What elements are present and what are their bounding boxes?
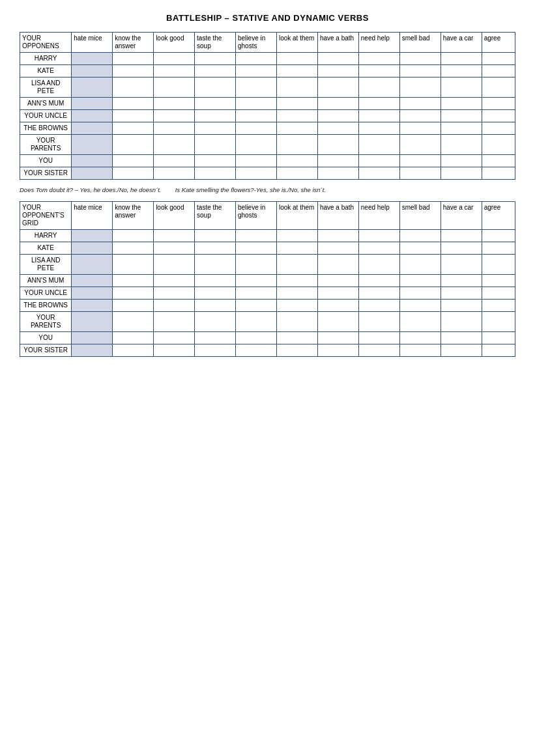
- grid-cell[interactable]: [154, 344, 195, 357]
- grid-cell[interactable]: [154, 300, 195, 312]
- grid-cell[interactable]: [276, 300, 317, 312]
- grid-cell[interactable]: [358, 77, 399, 98]
- grid-cell[interactable]: [441, 65, 482, 77]
- grid-cell[interactable]: [317, 53, 358, 65]
- grid-cell[interactable]: [276, 242, 317, 255]
- grid-cell[interactable]: [72, 167, 113, 180]
- grid-cell[interactable]: [72, 155, 113, 167]
- grid-cell[interactable]: [276, 110, 317, 122]
- grid-cell[interactable]: [113, 255, 154, 275]
- grid-cell[interactable]: [154, 230, 195, 242]
- grid-cell[interactable]: [358, 332, 399, 344]
- grid-cell[interactable]: [195, 300, 236, 312]
- grid-cell[interactable]: [276, 122, 317, 135]
- grid-cell[interactable]: [399, 300, 441, 312]
- grid-cell[interactable]: [195, 155, 236, 167]
- grid-cell[interactable]: [276, 53, 317, 65]
- grid-cell[interactable]: [154, 98, 195, 110]
- grid-cell[interactable]: [276, 312, 317, 332]
- grid-cell[interactable]: [317, 287, 358, 300]
- grid-cell[interactable]: [482, 230, 515, 242]
- grid-cell[interactable]: [317, 255, 358, 275]
- grid-cell[interactable]: [195, 98, 236, 110]
- grid-cell[interactable]: [195, 275, 236, 287]
- grid-cell[interactable]: [399, 77, 441, 98]
- grid-cell[interactable]: [276, 98, 317, 110]
- grid-cell[interactable]: [482, 110, 515, 122]
- grid-cell[interactable]: [72, 53, 113, 65]
- grid-cell[interactable]: [441, 122, 482, 135]
- grid-cell[interactable]: [236, 332, 277, 344]
- grid-cell[interactable]: [317, 135, 358, 155]
- grid-cell[interactable]: [154, 167, 195, 180]
- grid-cell[interactable]: [113, 167, 154, 180]
- grid-cell[interactable]: [276, 65, 317, 77]
- grid-cell[interactable]: [72, 300, 113, 312]
- grid-cell[interactable]: [195, 332, 236, 344]
- grid-cell[interactable]: [236, 275, 277, 287]
- grid-cell[interactable]: [317, 312, 358, 332]
- grid-cell[interactable]: [72, 65, 113, 77]
- grid-cell[interactable]: [195, 65, 236, 77]
- grid-cell[interactable]: [154, 255, 195, 275]
- grid-cell[interactable]: [358, 312, 399, 332]
- grid-cell[interactable]: [317, 98, 358, 110]
- grid-cell[interactable]: [441, 135, 482, 155]
- grid-cell[interactable]: [482, 98, 515, 110]
- grid-cell[interactable]: [195, 135, 236, 155]
- grid-cell[interactable]: [358, 242, 399, 255]
- grid-cell[interactable]: [195, 312, 236, 332]
- grid-cell[interactable]: [276, 287, 317, 300]
- grid-cell[interactable]: [317, 275, 358, 287]
- grid-cell[interactable]: [276, 344, 317, 357]
- grid-cell[interactable]: [317, 65, 358, 77]
- grid-cell[interactable]: [195, 110, 236, 122]
- grid-cell[interactable]: [399, 287, 441, 300]
- grid-cell[interactable]: [441, 98, 482, 110]
- grid-cell[interactable]: [317, 230, 358, 242]
- grid-cell[interactable]: [482, 242, 515, 255]
- grid-cell[interactable]: [236, 98, 277, 110]
- grid-cell[interactable]: [236, 230, 277, 242]
- grid-cell[interactable]: [399, 242, 441, 255]
- grid-cell[interactable]: [113, 135, 154, 155]
- grid-cell[interactable]: [317, 155, 358, 167]
- grid-cell[interactable]: [195, 167, 236, 180]
- grid-cell[interactable]: [72, 98, 113, 110]
- grid-cell[interactable]: [195, 287, 236, 300]
- grid-cell[interactable]: [72, 312, 113, 332]
- grid-cell[interactable]: [441, 242, 482, 255]
- grid-cell[interactable]: [113, 122, 154, 135]
- grid-cell[interactable]: [72, 255, 113, 275]
- grid-cell[interactable]: [236, 122, 277, 135]
- grid-cell[interactable]: [236, 53, 277, 65]
- grid-cell[interactable]: [113, 155, 154, 167]
- grid-cell[interactable]: [154, 122, 195, 135]
- grid-cell[interactable]: [195, 255, 236, 275]
- grid-cell[interactable]: [441, 300, 482, 312]
- grid-cell[interactable]: [358, 287, 399, 300]
- grid-cell[interactable]: [399, 155, 441, 167]
- grid-cell[interactable]: [358, 275, 399, 287]
- grid-cell[interactable]: [276, 167, 317, 180]
- grid-cell[interactable]: [358, 230, 399, 242]
- grid-cell[interactable]: [113, 53, 154, 65]
- grid-cell[interactable]: [441, 155, 482, 167]
- grid-cell[interactable]: [113, 332, 154, 344]
- grid-cell[interactable]: [441, 230, 482, 242]
- grid-cell[interactable]: [441, 77, 482, 98]
- grid-cell[interactable]: [236, 255, 277, 275]
- grid-cell[interactable]: [358, 155, 399, 167]
- grid-cell[interactable]: [113, 344, 154, 357]
- grid-cell[interactable]: [482, 300, 515, 312]
- grid-cell[interactable]: [72, 110, 113, 122]
- grid-cell[interactable]: [195, 344, 236, 357]
- grid-cell[interactable]: [482, 255, 515, 275]
- grid-cell[interactable]: [236, 135, 277, 155]
- grid-cell[interactable]: [399, 53, 441, 65]
- grid-cell[interactable]: [113, 110, 154, 122]
- grid-cell[interactable]: [441, 332, 482, 344]
- grid-cell[interactable]: [72, 242, 113, 255]
- grid-cell[interactable]: [482, 275, 515, 287]
- grid-cell[interactable]: [482, 167, 515, 180]
